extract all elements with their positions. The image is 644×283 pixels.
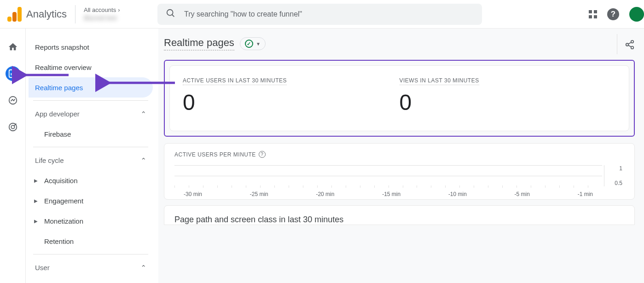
divider: [33, 100, 148, 101]
chart-area: 1 0.5 -30 min-25 min-20 min-15 min-10 mi…: [174, 165, 624, 197]
info-icon[interactable]: ?: [259, 151, 266, 158]
account-name: Blurred text: [84, 14, 148, 22]
sidebar-user-attributes[interactable]: ▶User attributes: [29, 277, 153, 283]
chevron-up-icon: ⌄: [140, 263, 146, 271]
avatar[interactable]: [629, 7, 644, 22]
chevron-right-icon: ›: [118, 6, 120, 13]
caret-right-icon: ▶: [34, 198, 38, 203]
search-icon: [166, 8, 176, 20]
svg-point-13: [626, 43, 629, 46]
chart-title: ACTIVE USERS PER MINUTE ?: [174, 151, 624, 158]
y-axis: 1 0.5: [604, 165, 624, 186]
header-divider: [75, 5, 75, 23]
search-bar[interactable]: Try searching "how to create funnel": [157, 4, 482, 25]
x-tick-label: -1 min: [578, 191, 593, 197]
svg-line-16: [628, 45, 631, 47]
metric-active-users: ACTIVE USERS IN LAST 30 MINUTES 0: [183, 76, 400, 115]
sidebar-engagement[interactable]: ▶Engagement: [29, 191, 153, 211]
x-tick-label: -20 min: [316, 191, 334, 197]
status-dropdown[interactable]: ✓ ▼: [240, 37, 266, 50]
sidebar-section-life-cycle[interactable]: Life cycle ⌄: [29, 150, 153, 170]
top-header: Analytics All accounts › Blurred text Tr…: [0, 0, 644, 29]
svg-line-1: [172, 14, 174, 17]
chart-card: ACTIVE USERS PER MINUTE ? 1 0.5 -30 min-…: [164, 143, 635, 200]
logo-area: Analytics: [7, 7, 67, 22]
sidebar-firebase[interactable]: Firebase: [29, 124, 153, 144]
rail-reports[interactable]: [6, 66, 20, 81]
x-tick-label: -10 min: [448, 191, 467, 197]
x-tick-label: -25 min: [250, 191, 268, 197]
sidebar-section-app-developer[interactable]: App developer ⌄: [29, 104, 153, 124]
sidebar-realtime-pages[interactable]: Realtime pages: [29, 77, 153, 98]
caret-right-icon: ▶: [34, 219, 38, 224]
content: Realtime pages ✓ ▼ ACTIVE USERS IN LAST …: [158, 29, 644, 283]
check-circle-icon: ✓: [245, 40, 253, 48]
page-title: Realtime pages: [164, 37, 234, 51]
dropdown-arrow-icon: ▼: [256, 41, 261, 46]
x-tick-label: -5 min: [515, 191, 530, 197]
account-label: All accounts: [84, 6, 116, 13]
x-axis: -30 min-25 min-20 min-15 min-10 min-5 mi…: [174, 191, 602, 197]
share-button[interactable]: [625, 40, 635, 52]
header-actions: ?: [580, 7, 637, 22]
search-placeholder: Try searching "how to create funnel": [184, 10, 302, 18]
divider: [617, 34, 617, 54]
chevron-up-icon: ⌄: [140, 110, 146, 118]
rail-advertising[interactable]: [6, 120, 20, 134]
metric-label: VIEWS IN LAST 30 MINUTES: [400, 77, 479, 85]
metrics-highlight-box: ACTIVE USERS IN LAST 30 MINUTES 0 VIEWS …: [164, 60, 635, 137]
apps-icon[interactable]: [589, 10, 597, 18]
metric-views: VIEWS IN LAST 30 MINUTES 0: [400, 76, 616, 115]
divider: [33, 254, 148, 254]
metric-label: ACTIVE USERS IN LAST 30 MINUTES: [183, 77, 287, 85]
sidebar-retention[interactable]: Retention: [29, 231, 153, 251]
sidebar-section-user[interactable]: User ⌄: [29, 257, 153, 277]
icon-rail: [0, 29, 26, 283]
sidebar-acquisition[interactable]: ▶Acquisition: [29, 170, 153, 191]
analytics-logo-icon: [7, 7, 22, 22]
metrics-card: ACTIVE USERS IN LAST 30 MINUTES 0 VIEWS …: [169, 65, 629, 131]
sidebar-realtime-overview[interactable]: Realtime overview: [29, 57, 153, 77]
app-title: Analytics: [26, 8, 67, 20]
svg-point-12: [631, 40, 634, 43]
chevron-up-icon: ⌄: [140, 156, 146, 164]
account-switcher[interactable]: All accounts › Blurred text: [84, 6, 148, 22]
help-icon[interactable]: ?: [607, 8, 619, 20]
metric-value: 0: [400, 90, 616, 115]
rail-explore[interactable]: [6, 93, 20, 108]
table-card: Page path and screen class in last 30 mi…: [164, 205, 635, 225]
svg-point-0: [167, 9, 173, 15]
x-tick-label: -15 min: [382, 191, 400, 197]
divider: [33, 147, 148, 147]
svg-line-15: [628, 42, 631, 44]
sidebar-reports-snapshot[interactable]: Reports snapshot: [29, 37, 153, 57]
svg-point-14: [631, 46, 634, 49]
metric-value: 0: [183, 90, 400, 115]
caret-right-icon: ▶: [34, 178, 38, 183]
table-title: Page path and screen class in last 30 mi…: [174, 215, 624, 225]
x-tick-label: -30 min: [184, 191, 202, 197]
sidebar: Reports snapshot Realtime overview Realt…: [26, 29, 158, 283]
page-header: Realtime pages ✓ ▼: [164, 37, 635, 51]
rail-home[interactable]: [6, 40, 20, 54]
sidebar-monetization[interactable]: ▶Monetization: [29, 211, 153, 231]
